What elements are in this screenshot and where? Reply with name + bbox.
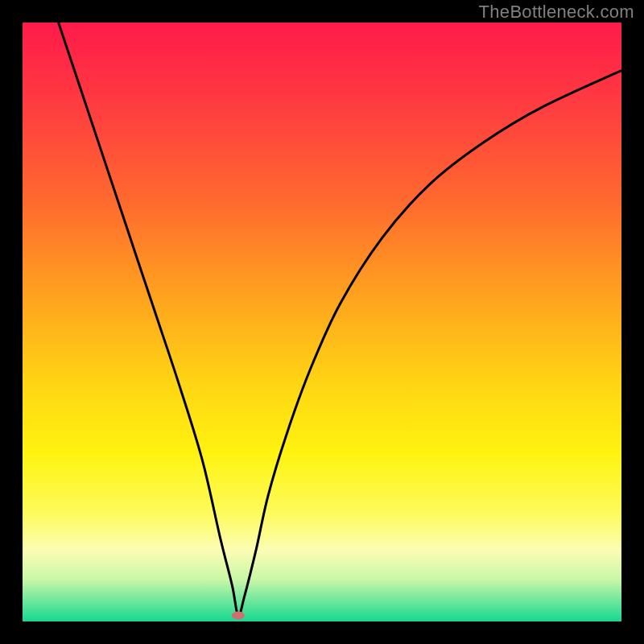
watermark-text: TheBottleneck.com: [479, 2, 634, 23]
chart-frame: TheBottleneck.com: [0, 0, 644, 644]
minimum-marker: [232, 612, 245, 620]
curve-layer: [23, 23, 621, 621]
bottleneck-curve: [59, 23, 621, 616]
plot-area: [23, 23, 621, 621]
